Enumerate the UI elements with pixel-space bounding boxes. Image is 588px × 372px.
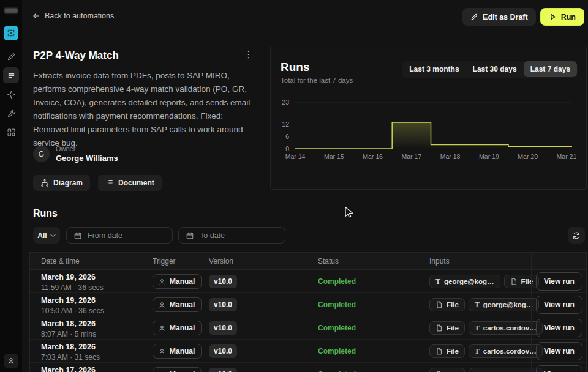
edit-as-draft-button[interactable]: Edit as Draft — [462, 8, 536, 26]
input-chip[interactable]: Tgeorge@kog… — [429, 275, 500, 288]
status-text: Completed — [318, 277, 356, 286]
run-time: 8:07 AM · 5 mins — [41, 330, 96, 338]
version-badge: v10.0 — [209, 344, 237, 358]
app-logo — [4, 8, 18, 13]
svg-text:Mar 19: Mar 19 — [479, 153, 499, 160]
from-date-input[interactable]: From date — [66, 227, 173, 244]
trigger-badge: Manual — [153, 297, 202, 312]
owner-avatar: G — [33, 146, 50, 162]
file-icon — [435, 301, 443, 308]
run-date: March 18, 2026 — [41, 343, 100, 351]
document-button[interactable]: Document — [98, 175, 162, 191]
apps-icon — [6, 28, 16, 38]
svg-text:Mar 14: Mar 14 — [285, 153, 306, 160]
play-icon — [549, 13, 557, 21]
run-date: March 19, 2026 — [41, 296, 104, 305]
svg-text:23: 23 — [282, 99, 289, 106]
back-label: Back to automations — [45, 12, 114, 20]
run-date: March 19, 2026 — [41, 273, 104, 281]
pencil-icon — [7, 52, 16, 61]
svg-text:0: 0 — [285, 145, 289, 152]
file-icon — [510, 278, 518, 285]
view-run-button[interactable]: View run — [536, 365, 582, 372]
sidebar-item-tools[interactable] — [3, 105, 19, 121]
refresh-button[interactable] — [568, 227, 585, 244]
run-time: 7:03 AM · 31 secs — [41, 353, 100, 362]
table-header: Date & time Trigger Version Status Input… — [30, 253, 586, 270]
arrow-left-icon — [32, 12, 40, 20]
table-row: March 18, 20267:03 AM · 31 secsManualv10… — [30, 340, 586, 363]
input-chip[interactable]: Tgeorge@kog… — [469, 298, 540, 311]
status-text: Completed — [318, 324, 356, 332]
svg-text:Mar 16: Mar 16 — [363, 153, 383, 160]
sidebar-item-sparkle[interactable] — [3, 86, 19, 102]
person-icon — [158, 301, 166, 309]
range-tab-last-30-days[interactable]: Last 30 days — [466, 61, 524, 77]
col-trigger: Trigger — [153, 257, 176, 266]
svg-text:Mar 20: Mar 20 — [518, 153, 538, 160]
type-filter-select[interactable]: All — [33, 227, 60, 244]
trigger-badge: Manual — [153, 274, 202, 289]
input-chip[interactable]: File — [429, 368, 465, 372]
runs-heading: Runs — [33, 208, 58, 219]
sidebar-item-runs[interactable] — [3, 67, 19, 83]
person-icon — [158, 278, 166, 286]
diagram-button[interactable]: Diagram — [33, 175, 90, 191]
version-badge: v10.0 — [209, 321, 237, 335]
version-badge: v10.0 — [209, 298, 237, 311]
run-date: March 17, 2026 — [41, 366, 96, 372]
table-row: March 18, 20268:07 AM · 5 minsManualv10.… — [30, 316, 586, 340]
table-row: March 19, 202611:59 AM · 36 secsManualv1… — [30, 270, 586, 293]
wrench-icon — [7, 109, 16, 118]
person-icon — [158, 324, 166, 332]
sidebar-item-apps[interactable] — [4, 26, 18, 40]
run-date: March 18, 2026 — [41, 319, 96, 328]
trigger-badge: Manual — [153, 321, 202, 335]
view-run-button[interactable]: View run — [536, 342, 582, 360]
table-body: March 19, 202611:59 AM · 36 secsManualv1… — [30, 270, 586, 372]
svg-text:Mar 18: Mar 18 — [440, 153, 461, 160]
runs-panel-title: Runs — [281, 61, 310, 74]
svg-text:Mar 17: Mar 17 — [401, 153, 421, 160]
run-time: 10:50 AM · 36 secs — [41, 307, 104, 315]
sidebar-item-account[interactable] — [4, 354, 18, 368]
col-inputs: Inputs — [429, 257, 450, 266]
input-chip[interactable]: File — [429, 321, 465, 335]
owner-label: Owner — [56, 145, 118, 152]
person-icon — [158, 348, 166, 355]
user-icon — [7, 357, 15, 365]
version-badge: v10.0 — [209, 368, 237, 372]
svg-text:12: 12 — [282, 121, 289, 128]
input-chip[interactable]: File — [429, 298, 465, 311]
table-row: March 19, 202610:50 AM · 36 secsManualv1… — [30, 293, 586, 316]
col-status: Status — [318, 257, 339, 266]
more-options-button[interactable]: ⋮ — [244, 49, 254, 60]
range-tab-last-3-months[interactable]: Last 3 months — [402, 61, 466, 77]
version-badge: v10.0 — [209, 275, 237, 288]
view-run-button[interactable]: View run — [536, 296, 582, 314]
view-run-button[interactable]: View run — [536, 272, 582, 291]
range-tab-last-7-days[interactable]: Last 7 days — [524, 61, 577, 77]
runs-panel-subtitle: Total for the last 7 days — [281, 76, 353, 84]
back-to-automations-link[interactable]: Back to automations — [32, 12, 114, 20]
status-text: Completed — [318, 347, 356, 355]
text-input-icon: T — [435, 278, 440, 285]
col-version: Version — [209, 257, 233, 266]
input-chip[interactable]: File — [429, 344, 465, 358]
runs-filters: All From date To date — [33, 227, 585, 244]
blocks-icon — [7, 128, 16, 137]
diagram-icon — [40, 179, 49, 187]
topbar: Back to automations Edit as Draft Run — [22, 0, 588, 34]
runs-chart-card: 061223Mar 14Mar 15Mar 16Mar 17Mar 18Mar … — [270, 46, 587, 190]
run-button[interactable]: Run — [540, 8, 584, 26]
sidebar — [0, 0, 22, 372]
to-date-input[interactable]: To date — [178, 227, 285, 244]
col-date: Date & time — [41, 257, 80, 266]
text-input-icon: T — [475, 348, 480, 354]
view-run-button[interactable]: View run — [536, 319, 582, 337]
sidebar-item-blocks[interactable] — [3, 124, 19, 140]
runs-table: Date & time Trigger Version Status Input… — [29, 252, 587, 372]
automation-description: Extracts invoice data from PDFs, posts t… — [33, 69, 257, 150]
pencil-icon — [470, 13, 478, 21]
sidebar-item-edit[interactable] — [3, 48, 19, 64]
